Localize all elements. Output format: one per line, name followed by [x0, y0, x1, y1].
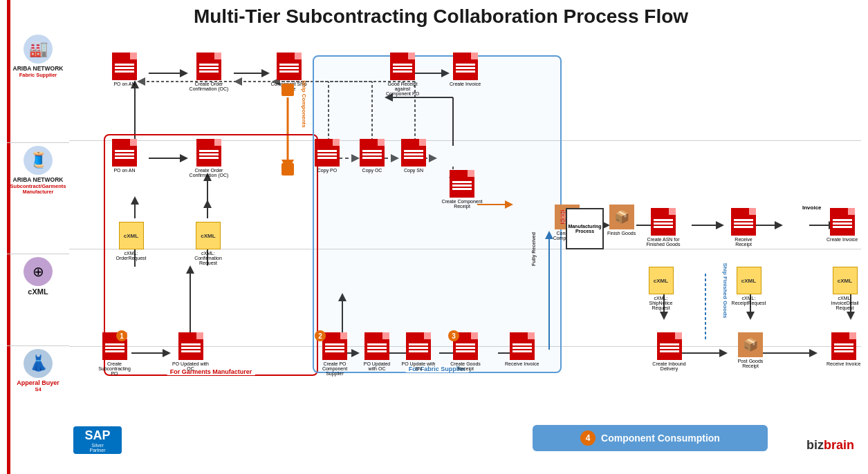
ship-finished-goods-label: Ship Finished Goods — [722, 263, 728, 319]
consumption-label: Component Consumption — [601, 433, 720, 444]
num-3: 3 — [448, 330, 459, 341]
receive-receipt-label: Receive Receipt — [726, 237, 761, 247]
cxml-order-request: cXML cXML: OrderRequest — [112, 222, 150, 260]
lane-garments-title: ARIBA NETWORK — [13, 176, 64, 183]
main-container: Multi-Tier Subcontracting Collaboration … — [0, 0, 868, 474]
receive-invoice-buyer: Receive Invoice — [827, 332, 860, 366]
create-oc-fabric-label: Create Order Confirmation (OC) — [188, 82, 230, 91]
avatar-cxml: ⊕ — [24, 257, 53, 286]
lane-fabric-title: ARIBA NETWORK — [13, 65, 64, 72]
avatar-fabric: 🏭 — [24, 35, 53, 64]
avatar-buyer: 👗 — [24, 349, 53, 378]
lane-cxml: ⊕ cXML — [7, 254, 69, 346]
num-2: 2 — [315, 330, 326, 341]
lane-garments-subtitle: Subcontract/Garments — [10, 183, 66, 189]
po-update-sn-label: PO Update with SN — [401, 361, 436, 371]
cxml-ship-notice-label: cXML: ShipNotice Request — [642, 296, 680, 310]
copy-oc: Copy OC — [360, 139, 385, 173]
create-oc-garments-label: Create Order Confirmation (OC) — [188, 168, 230, 178]
cxml-confirmation-label: cXML: Confirmation Request — [188, 251, 228, 265]
cxml-confirmation: cXML cXML: Confirmation Request — [188, 222, 228, 265]
copy-sn-label: Copy SN — [404, 168, 423, 173]
good-receipt: Good Receipt against Component PO — [382, 53, 423, 96]
finish-goods: 📦 Finish Goods — [607, 205, 636, 236]
cxml-receipt: cXML cXML: ReceiptRequest — [730, 267, 768, 305]
lane-fabric: 🏭 ARIBA NETWORK Fabric Supplier — [7, 32, 69, 143]
po-updated-oc-buyer: PO Updated with OC — [172, 332, 210, 371]
create-oc-fabric: Create Order Confirmation (OC) — [188, 53, 230, 91]
cxml-invoice-label: cXML: InvoiceDetail Request — [829, 296, 861, 310]
create-component-receipt-label: Create Component Receipt — [441, 199, 483, 209]
content-area: For Garments Manufacturer For Fabric Sup… — [69, 32, 861, 457]
receive-invoice-buyer-label: Receive Invoice — [827, 361, 860, 366]
lane-buyer-subtitle: S4 — [35, 386, 41, 392]
consumption-box: 4 Component Consumption — [533, 425, 768, 451]
receive-invoice-label: Receive Invoice — [505, 361, 539, 366]
ship-components-label: Ship Components — [301, 80, 307, 127]
section-fabric: For Fabric Supplier — [313, 55, 562, 373]
copy-oc-label: Copy OC — [362, 168, 382, 173]
create-invoice-buyer: Create Invoice — [827, 208, 858, 242]
lane-garments-subtitle2: Manufacturer — [23, 189, 53, 194]
create-inbound-delivery: Create Inbound Delivery — [650, 332, 688, 371]
create-po-component-label: Create PO Component Supplier — [315, 361, 355, 376]
good-receipt-label: Good Receipt against Component PO — [382, 82, 423, 96]
avatar-garments: 🧵 — [24, 146, 53, 175]
po-on-an-fabric: PO on AN — [112, 53, 137, 86]
create-invoice-fabric: Create Invoice — [450, 53, 481, 86]
po-updated-oc2-label: PO Updated with OC — [360, 361, 394, 371]
create-invoice-fabric-label: Create Invoice — [450, 82, 481, 86]
lane-garments: 🧵 ARIBA NETWORK Subcontract/Garments Man… — [7, 143, 69, 254]
post-goods-receipt: 📦 Post Goods Receipt — [733, 332, 768, 368]
invoice-label: Invoice — [802, 205, 822, 211]
create-subcontracting-po: Create Subcontracting PO — [95, 332, 133, 376]
num-1: 1 — [116, 330, 127, 341]
po-on-an-garments-label: PO on AN — [113, 168, 135, 173]
flow-area: 🏭 ARIBA NETWORK Fabric Supplier 🧵 ARIBA … — [7, 32, 861, 457]
lane-cxml-title: cXML — [28, 287, 48, 296]
fully-received: Fully Received — [531, 232, 536, 266]
cxml-ship-notice: cXML cXML: ShipNotice Request — [642, 267, 680, 310]
finish-goods-label: Finish Goods — [607, 231, 636, 236]
create-asn-label: Create ASN for Finished Goods — [643, 237, 683, 247]
post-goods-receipt-label: Post Goods Receipt — [733, 359, 768, 368]
create-component-receipt: Create Component Receipt — [441, 170, 483, 209]
cxml-order-label: cXML: OrderRequest — [112, 251, 150, 260]
manufacturing-process: Manufacturing Process — [566, 208, 604, 249]
lanes: 🏭 ARIBA NETWORK Fabric Supplier 🧵 ARIBA … — [7, 32, 69, 457]
cxml-invoice: cXML cXML: InvoiceDetail Request — [829, 267, 861, 310]
ship-components-icon2 — [281, 163, 294, 176]
po-updated-oc2: PO Updated with OC — [360, 332, 394, 371]
copy-sn: Copy SN — [401, 139, 426, 173]
cxml-receipt-label: cXML: ReceiptRequest — [730, 296, 768, 305]
copy-po-label: Copy PO — [317, 168, 337, 173]
num-circle-4: 4 — [580, 430, 595, 446]
create-invoice-buyer-label: Create Invoice — [827, 237, 858, 242]
create-inbound-delivery-label: Create Inbound Delivery — [650, 361, 688, 371]
po-on-an-garments: PO on AN — [112, 139, 137, 173]
po-on-an-fabric-label: PO on AN — [113, 82, 135, 86]
create-oc-garments: Create Order Confirmation (OC) — [188, 139, 230, 178]
bizbrain-logo: bizbrain — [806, 438, 854, 453]
create-asn: Create ASN for Finished Goods — [643, 208, 683, 247]
po-update-sn: PO Update with SN — [401, 332, 436, 371]
receive-receipt: Receive Receipt — [726, 208, 761, 247]
lane-buyer: 👗 Apperal Buyer S4 — [7, 346, 69, 457]
receive-invoice: Receive Invoice — [505, 332, 539, 366]
ship-components-icon — [281, 84, 294, 96]
po-updated-oc-buyer-label: PO Updated with OC — [172, 361, 210, 371]
create-goods-receipt-label: Create Goods Receipt — [448, 361, 483, 371]
lane-fabric-subtitle: Fabric Supplier — [19, 72, 57, 78]
lane-buyer-title: Apperal Buyer — [17, 379, 59, 386]
sap-badge: SAP Silver Partner — [73, 426, 122, 454]
page-title: Multi-Tier Subcontracting Collaboration … — [7, 6, 861, 28]
create-subcontracting-po-label: Create Subcontracting PO — [95, 361, 133, 376]
copy-po: Copy PO — [315, 139, 340, 173]
